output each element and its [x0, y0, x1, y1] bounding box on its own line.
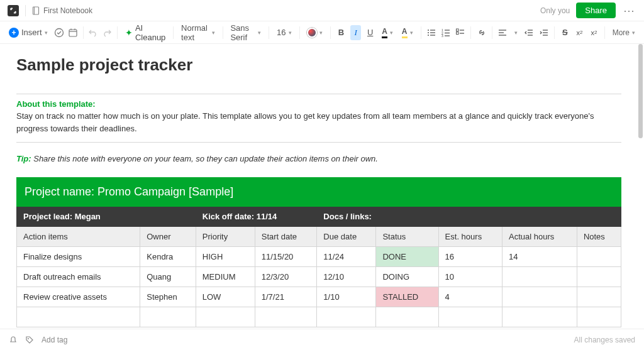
table-cell[interactable] — [502, 267, 577, 287]
undo-icon[interactable] — [88, 26, 98, 39]
text-color-icon: A — [382, 27, 387, 38]
table-cell[interactable]: 1/10 — [317, 287, 376, 307]
col-owner[interactable]: Owner — [140, 227, 196, 247]
col-actual-hours[interactable]: Actual hours — [502, 227, 577, 247]
table-cell[interactable]: HIGH — [196, 247, 255, 267]
bullet-list-button[interactable] — [426, 25, 436, 40]
project-lead-cell[interactable]: Project lead: Megan — [17, 207, 196, 227]
col-est-hours[interactable]: Est. hours — [438, 227, 502, 247]
chevron-down-icon: ▾ — [212, 30, 215, 36]
note-body[interactable]: Sample project tracker About this templa… — [0, 44, 638, 329]
col-due-date[interactable]: Due date — [317, 227, 376, 247]
font-family-dropdown[interactable]: Sans Serif ▾ — [228, 22, 264, 43]
table-cell[interactable]: STALLED — [376, 287, 438, 307]
note-title[interactable]: Sample project tracker — [16, 55, 621, 75]
notebook-name: First Notebook — [43, 6, 92, 15]
svg-point-11 — [428, 35, 429, 36]
table-cell[interactable]: Kendra — [140, 247, 196, 267]
table-cell[interactable]: DOING — [376, 267, 438, 287]
col-notes[interactable]: Notes — [577, 227, 621, 247]
table-cell[interactable]: MEDIUM — [196, 267, 255, 287]
col-status[interactable]: Status — [376, 227, 438, 247]
share-button[interactable]: Share — [576, 3, 616, 18]
notebook-breadcrumb[interactable]: First Notebook — [32, 6, 92, 15]
table-cell[interactable]: DONE — [376, 247, 438, 267]
editor-scroll-area[interactable]: Sample project tracker About this templa… — [0, 44, 638, 329]
divider — [16, 142, 621, 143]
calendar-icon[interactable] — [68, 26, 78, 39]
scrollbar-thumb[interactable] — [638, 44, 643, 138]
redo-icon[interactable] — [102, 26, 112, 39]
table-cell[interactable] — [577, 247, 621, 267]
project-tracker-table[interactable]: Project name: Promo Campaign [Sample] Pr… — [16, 177, 621, 327]
chevron-down-icon: ▾ — [632, 30, 635, 36]
tip-line: Tip: Share this note with everyone on yo… — [16, 154, 621, 163]
chevron-down-icon: ▾ — [319, 30, 323, 36]
table-cell[interactable]: Quang — [140, 267, 196, 287]
table-cell[interactable]: 10 — [438, 267, 502, 287]
align-left-button[interactable] — [497, 25, 508, 40]
highlight-button[interactable]: A ▾ — [399, 26, 416, 40]
about-template-label: About this template: — [16, 99, 621, 109]
align-dropdown[interactable]: ▾ — [512, 28, 520, 37]
svg-rect-0 — [33, 7, 39, 14]
subscript-button[interactable]: x2 — [589, 25, 599, 40]
table-cell[interactable]: Draft outreach emails — [17, 267, 140, 287]
table-cell[interactable]: Review creative assets — [17, 287, 140, 307]
table-row-empty — [17, 307, 621, 327]
outdent-button[interactable] — [524, 25, 535, 40]
bold-button[interactable]: B — [336, 25, 347, 40]
table-cell[interactable]: Finalize designs — [17, 247, 140, 267]
docs-links-cell[interactable]: Docs / links: — [317, 207, 621, 227]
chevron-down-icon: ▾ — [45, 30, 48, 36]
table-cell[interactable]: 12/3/20 — [255, 267, 317, 287]
table-cell[interactable]: 12/10 — [317, 267, 376, 287]
font-color-picker[interactable]: ▾ — [304, 26, 325, 39]
highlight-icon: A — [402, 27, 408, 38]
table-cell[interactable]: 11/24 — [317, 247, 376, 267]
table-cell[interactable]: 16 — [438, 247, 502, 267]
kickoff-date-cell[interactable]: Kick off date: 11/14 — [196, 207, 317, 227]
col-priority[interactable]: Priority — [196, 227, 255, 247]
task-icon[interactable] — [54, 26, 64, 39]
insert-menu[interactable]: + Insert ▾ — [6, 26, 50, 39]
checklist-button[interactable] — [455, 25, 465, 40]
project-banner[interactable]: Project name: Promo Campaign [Sample] — [17, 178, 621, 207]
table-cell[interactable]: LOW — [196, 287, 255, 307]
reminder-icon[interactable] — [9, 336, 18, 344]
table-cell[interactable]: Stephen — [140, 287, 196, 307]
col-action-items[interactable]: Action items — [17, 227, 140, 247]
svg-point-2 — [55, 28, 63, 36]
tag-icon[interactable] — [25, 336, 34, 344]
ai-cleanup-button[interactable]: ✦ AI Cleanup — [123, 22, 168, 43]
text-color-button[interactable]: A ▾ — [379, 26, 396, 40]
table-row[interactable]: Finalize designsKendraHIGH11/15/2011/24D… — [17, 247, 621, 267]
svg-point-9 — [428, 32, 429, 33]
add-tag-button[interactable]: Add tag — [42, 336, 67, 344]
more-formatting-menu[interactable]: More ▾ — [610, 27, 638, 38]
table-cell[interactable]: 4 — [438, 287, 502, 307]
table-cell[interactable]: 1/7/21 — [255, 287, 317, 307]
underline-button[interactable]: U — [365, 25, 375, 40]
top-bar: First Notebook Only you Share ⋯ — [0, 0, 644, 21]
strikethrough-button[interactable]: S — [560, 25, 570, 40]
italic-button[interactable]: I — [350, 25, 361, 40]
expand-icon[interactable] — [8, 5, 19, 16]
col-start-date[interactable]: Start date — [255, 227, 317, 247]
table-row[interactable]: Draft outreach emailsQuangMEDIUM12/3/201… — [17, 267, 621, 287]
font-size-dropdown[interactable]: 16 ▾ — [274, 26, 294, 38]
color-swatch-icon — [307, 28, 317, 38]
table-row[interactable]: Review creative assetsStephenLOW1/7/211/… — [17, 287, 621, 307]
paragraph-style-dropdown[interactable]: Normal text ▾ — [179, 22, 218, 43]
numbered-list-button[interactable]: 123 — [440, 25, 451, 40]
table-cell[interactable] — [502, 287, 577, 307]
about-template-text: Stay on track no matter how much is on y… — [16, 110, 621, 134]
indent-button[interactable] — [538, 25, 549, 40]
table-cell[interactable]: 11/15/20 — [255, 247, 317, 267]
link-button[interactable] — [476, 25, 487, 40]
more-menu-icon[interactable]: ⋯ — [622, 4, 636, 18]
table-cell[interactable]: 14 — [502, 247, 577, 267]
table-cell[interactable] — [577, 287, 621, 307]
superscript-button[interactable]: x2 — [574, 25, 585, 40]
table-cell[interactable] — [577, 267, 621, 287]
